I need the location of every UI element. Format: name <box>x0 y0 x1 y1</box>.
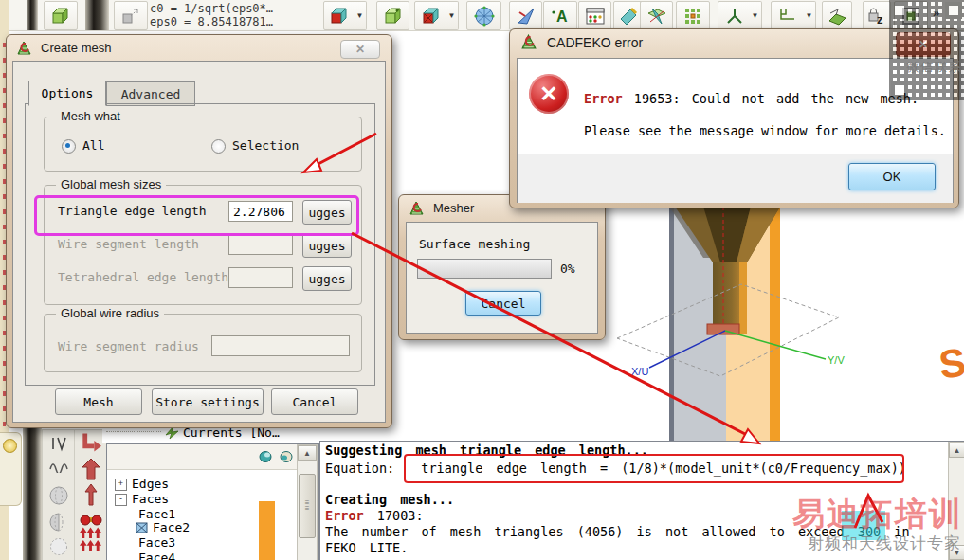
mesher-app-icon <box>409 201 425 216</box>
tree-item-face2[interactable]: Face2 <box>153 520 190 534</box>
error-icon: ✕ <box>529 74 569 114</box>
detail-tree-scrollbar[interactable]: ▲ ≡≡ <box>297 444 318 560</box>
waveguide-column-highlight <box>739 262 747 334</box>
y-axis-label: Y/V <box>828 354 845 366</box>
console-scrollbar[interactable]: ▲ ▼ <box>948 442 964 560</box>
mesher-cancel-button[interactable]: Cancel <box>465 291 541 316</box>
union-icon[interactable] <box>323 1 355 30</box>
snap-points-icon[interactable] <box>676 1 710 30</box>
global-wire-radius-legend: Global wire radius <box>56 306 164 320</box>
wire-suggest-button[interactable]: ugges <box>302 233 352 258</box>
primitive-cube-icon[interactable] <box>376 1 409 30</box>
sphere-tool-icon[interactable] <box>46 485 70 506</box>
message-console-panel: Suggesting mesh triangle edge length... … <box>319 441 964 560</box>
radio-selection[interactable] <box>211 139 226 154</box>
lock-z-axis-icon[interactable]: z <box>863 1 891 30</box>
mesh-what-group: Mesh what All Selection <box>44 117 362 172</box>
detail-tree-header <box>107 444 298 470</box>
create-mesh-body: Options Advanced Mesh what All Selection… <box>12 61 386 423</box>
cadfeko-app-icon <box>16 41 32 56</box>
tree-item-face4[interactable]: Face4 <box>138 551 175 560</box>
mesher-body: Surface meshing 0% Cancel <box>406 222 598 334</box>
wire-segment-radius-label: Wire segment radius <box>58 339 199 353</box>
create-cuboid-icon[interactable] <box>44 1 78 30</box>
tetrahedral-edge-length-input[interactable] <box>228 267 293 288</box>
plane-wave-icon[interactable] <box>509 1 542 30</box>
workplane-axes-icon[interactable] <box>718 1 751 30</box>
mesh-button[interactable]: Mesh <box>55 388 142 415</box>
error-message-line1: Error 19653: Could not add the new mesh. <box>584 91 919 106</box>
wire-port-icon[interactable] <box>46 433 70 454</box>
media-window-icon[interactable] <box>578 1 611 30</box>
console-scroll-down[interactable]: ▼ <box>949 545 964 560</box>
helix-icon[interactable] <box>46 455 70 476</box>
toolbar-overflow-chevron[interactable]: » <box>933 6 939 20</box>
workplane-axes-caret[interactable]: ▼ <box>749 1 762 30</box>
left-edge-strip <box>0 0 9 30</box>
radio-all[interactable] <box>62 139 76 154</box>
error-dialog-footer: OK <box>518 154 953 203</box>
mesh-sphere-icon[interactable] <box>466 1 501 30</box>
cancel-button[interactable]: Cancel <box>271 388 358 415</box>
wire-segment-length-input[interactable] <box>228 234 293 255</box>
scroll-up-arrow[interactable]: ▲ <box>298 445 317 461</box>
create-mesh-close-icon[interactable]: ✕ <box>340 40 380 59</box>
union-dropdown-caret[interactable]: ▼ <box>354 1 367 30</box>
tetrahedral-suggest-button[interactable]: ugges <box>302 266 352 291</box>
edges-expander[interactable]: + <box>115 479 127 491</box>
triangle-edge-length-input[interactable] <box>228 201 293 222</box>
error-dialog-titlebar[interactable]: CADFEKO error <box>510 29 958 55</box>
tree-item-face3[interactable]: Face3 <box>138 535 175 550</box>
global-mesh-sizes-legend: Global mesh sizes <box>56 177 166 191</box>
window-edge-shadow-bottom <box>23 428 42 560</box>
tree-item-edges[interactable]: Edges <box>132 477 169 491</box>
model-tree-variables: c0 = 1/sqrt(eps0*… eps0 = 8.85418781… <box>150 2 273 28</box>
faces-expander[interactable]: - <box>115 494 127 506</box>
wire-segment-radius-input[interactable] <box>211 335 350 356</box>
error-dialog-close-icon[interactable]: ✕ <box>896 32 951 57</box>
thin-up-arrow-icon[interactable] <box>79 484 102 505</box>
create-mesh-titlebar[interactable]: Create mesh <box>7 35 391 61</box>
intersect-planes-icon[interactable] <box>640 1 673 30</box>
subtract-icon[interactable] <box>414 1 447 30</box>
mesher-dialog: Mesher Surface meshing 0% Cancel <box>398 194 606 340</box>
console-scroll-up[interactable]: ▲ <box>949 443 964 458</box>
radio-selection-label[interactable]: Selection <box>232 138 299 153</box>
gray-cube-arrow-icon <box>120 6 141 27</box>
source-tools-column <box>74 429 107 560</box>
store-settings-button[interactable]: Store settings <box>152 388 264 415</box>
console-line-triangles: The number of mesh triangles (4056) is n… <box>325 524 910 539</box>
cutplane-icon[interactable] <box>822 1 852 30</box>
select-copy-icon[interactable] <box>114 1 148 30</box>
mesh-view-alt-icon[interactable] <box>280 450 294 463</box>
scroll-thumb[interactable]: ≡≡ <box>299 474 316 538</box>
global-mesh-sizes-group: Global mesh sizes Triangle edge length u… <box>44 185 362 305</box>
dashed-sphere-tool-icon[interactable] <box>46 536 70 557</box>
console-line-fekolite: FEKO LITE. <box>325 540 408 555</box>
radio-all-label[interactable]: All <box>82 138 104 153</box>
bend-arrow-icon[interactable] <box>79 432 102 453</box>
tree-variable-eps0[interactable]: eps0 = 8.85418781… <box>150 15 273 28</box>
half-sphere-tool-icon[interactable] <box>46 512 70 533</box>
thick-up-arrow-icon[interactable] <box>79 459 102 479</box>
error-dialog-app-icon <box>520 34 537 50</box>
tree-connector <box>106 431 161 432</box>
tree-item-faces[interactable]: Faces <box>132 492 169 506</box>
tab-options[interactable]: Options <box>28 81 106 106</box>
tree-variable-c0[interactable]: c0 = 1/sqrt(eps0*… <box>150 2 273 15</box>
3d-model-view[interactable]: X/U Y/V <box>597 199 964 445</box>
mesh-view-icon[interactable] <box>259 450 273 463</box>
field-label-icon[interactable]: A <box>543 1 577 30</box>
multi-arrow-icon[interactable] <box>79 530 102 551</box>
error-ok-button[interactable]: OK <box>848 163 936 190</box>
collapsed-panel-tab[interactable] <box>0 432 22 506</box>
subtract-dropdown-caret[interactable]: ▼ <box>446 1 459 30</box>
workplane-corner-caret[interactable]: ▼ <box>803 1 816 30</box>
capture-view-icon[interactable] <box>894 1 928 30</box>
svg-text:z: z <box>877 12 883 27</box>
console-line-triangles-300: 300 <box>858 524 881 539</box>
workplane-corner-icon[interactable] <box>771 1 805 30</box>
triangle-suggest-button[interactable]: ugges <box>302 200 352 225</box>
model-orange-panel-edge <box>770 207 780 441</box>
tree-item-face1[interactable]: Face1 <box>138 507 175 521</box>
